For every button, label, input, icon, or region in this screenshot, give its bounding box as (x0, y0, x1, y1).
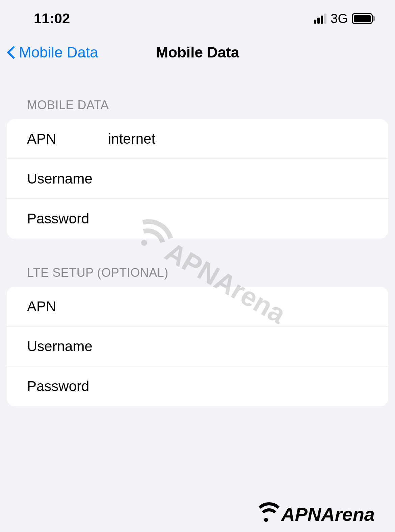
signal-icon (314, 14, 326, 24)
network-type: 3G (331, 11, 348, 26)
password-input[interactable] (108, 211, 368, 227)
back-button[interactable]: Mobile Data (7, 44, 98, 61)
status-time: 11:02 (34, 10, 70, 27)
username-label: Username (27, 171, 108, 187)
row-lte-username[interactable]: Username (7, 327, 388, 366)
section-header-mobile-data: MOBILE DATA (0, 98, 395, 119)
row-lte-password[interactable]: Password (7, 366, 388, 406)
row-username[interactable]: Username (7, 159, 388, 199)
lte-username-input[interactable] (108, 338, 368, 355)
status-bar: 11:02 3G (0, 0, 395, 34)
lte-apn-input[interactable] (108, 298, 368, 315)
nav-bar: Mobile Data Mobile Data (0, 34, 395, 71)
watermark-bottom-text: APNArena (281, 503, 375, 525)
watermark-bottom: APNArena (254, 503, 375, 525)
page-title: Mobile Data (156, 44, 239, 61)
status-indicators: 3G (314, 11, 375, 26)
lte-username-label: Username (27, 338, 108, 355)
row-password[interactable]: Password (7, 199, 388, 239)
battery-icon (352, 13, 375, 24)
apn-input[interactable] (108, 131, 368, 147)
apn-label: APN (27, 131, 108, 147)
wifi-icon (254, 505, 278, 524)
chevron-left-icon (7, 46, 16, 59)
row-apn[interactable]: APN (7, 119, 388, 159)
password-label: Password (27, 211, 108, 227)
section-header-lte: LTE SETUP (OPTIONAL) (0, 266, 395, 287)
back-label: Mobile Data (19, 44, 98, 61)
section-lte-setup: LTE SETUP (OPTIONAL) APN Username Passwo… (0, 266, 395, 406)
lte-apn-label: APN (27, 298, 108, 315)
lte-password-label: Password (27, 378, 108, 394)
section-body-lte: APN Username Password (7, 287, 388, 406)
section-body-mobile-data: APN Username Password (7, 119, 388, 239)
section-mobile-data: MOBILE DATA APN Username Password (0, 98, 395, 239)
username-input[interactable] (108, 171, 368, 187)
row-lte-apn[interactable]: APN (7, 287, 388, 327)
lte-password-input[interactable] (108, 378, 368, 394)
